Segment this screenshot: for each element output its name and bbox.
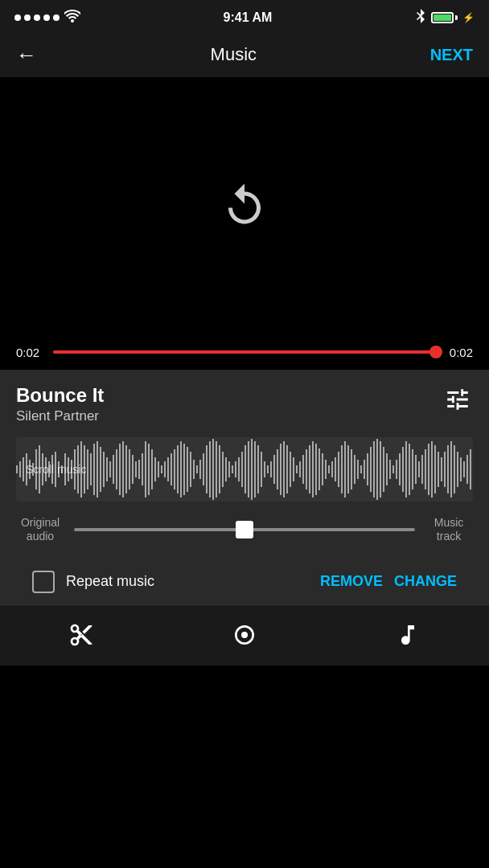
bluetooth-icon bbox=[415, 9, 426, 27]
svg-rect-81 bbox=[277, 449, 278, 489]
svg-rect-136 bbox=[454, 445, 455, 493]
svg-rect-35 bbox=[129, 449, 130, 489]
svg-rect-68 bbox=[235, 461, 236, 477]
next-button[interactable]: NEXT bbox=[430, 46, 473, 64]
svg-rect-74 bbox=[254, 441, 256, 497]
svg-rect-88 bbox=[299, 461, 301, 477]
music-track-label: Musictrack bbox=[425, 516, 473, 543]
svg-rect-30 bbox=[113, 455, 114, 484]
svg-rect-134 bbox=[447, 445, 449, 493]
mix-slider-track[interactable] bbox=[74, 528, 415, 531]
scissors-tab[interactable] bbox=[52, 614, 110, 656]
svg-rect-102 bbox=[344, 441, 346, 497]
dot4 bbox=[43, 14, 50, 21]
svg-rect-53 bbox=[187, 447, 188, 492]
svg-rect-106 bbox=[357, 460, 359, 479]
svg-rect-137 bbox=[457, 452, 458, 487]
svg-rect-101 bbox=[341, 445, 343, 493]
video-area bbox=[0, 77, 489, 334]
svg-rect-24 bbox=[93, 444, 95, 495]
remove-button[interactable]: REMOVE bbox=[320, 573, 383, 590]
status-bar: 9:41 AM ⚡ bbox=[0, 0, 489, 32]
wifi-icon bbox=[64, 10, 80, 26]
audio-mix-slider: Originalaudio Musictrack bbox=[16, 516, 473, 543]
current-time: 0:02 bbox=[16, 346, 45, 359]
svg-rect-41 bbox=[148, 444, 150, 495]
mixer-button[interactable] bbox=[442, 384, 473, 415]
svg-rect-126 bbox=[421, 455, 423, 484]
dot5 bbox=[53, 14, 60, 21]
music-tab[interactable] bbox=[379, 614, 437, 656]
track-name: Bounce It bbox=[16, 384, 104, 407]
svg-rect-128 bbox=[428, 444, 429, 495]
svg-rect-62 bbox=[216, 441, 217, 497]
svg-rect-121 bbox=[405, 441, 407, 497]
svg-rect-120 bbox=[402, 447, 404, 492]
effect-tab[interactable] bbox=[216, 614, 273, 656]
tab-bar bbox=[0, 604, 489, 665]
status-left bbox=[14, 10, 80, 26]
svg-rect-95 bbox=[322, 453, 323, 485]
svg-rect-48 bbox=[171, 453, 172, 485]
svg-rect-115 bbox=[386, 453, 388, 485]
back-button[interactable]: ← bbox=[16, 43, 37, 68]
svg-rect-84 bbox=[286, 445, 288, 493]
repeat-checkbox[interactable] bbox=[32, 571, 55, 593]
svg-rect-45 bbox=[161, 465, 162, 473]
svg-rect-125 bbox=[418, 461, 420, 477]
svg-rect-138 bbox=[460, 457, 462, 481]
dot3 bbox=[34, 14, 40, 21]
music-info: Bounce It Silent Partner bbox=[16, 384, 104, 424]
svg-rect-112 bbox=[376, 439, 378, 500]
svg-rect-58 bbox=[203, 453, 204, 485]
change-button[interactable]: CHANGE bbox=[394, 573, 457, 590]
svg-rect-73 bbox=[251, 439, 253, 500]
svg-rect-107 bbox=[360, 465, 362, 473]
progress-fill bbox=[53, 350, 436, 354]
svg-rect-135 bbox=[450, 441, 452, 497]
mix-slider-thumb[interactable] bbox=[236, 521, 253, 538]
svg-rect-82 bbox=[280, 444, 281, 495]
svg-rect-23 bbox=[90, 453, 92, 485]
svg-rect-117 bbox=[392, 465, 394, 473]
svg-rect-38 bbox=[138, 460, 140, 479]
svg-rect-110 bbox=[370, 447, 372, 492]
svg-rect-40 bbox=[145, 441, 146, 497]
svg-rect-100 bbox=[338, 452, 339, 487]
svg-rect-37 bbox=[135, 461, 137, 477]
svg-rect-141 bbox=[470, 449, 471, 489]
svg-rect-22 bbox=[87, 449, 88, 489]
svg-rect-80 bbox=[273, 455, 275, 484]
svg-rect-87 bbox=[296, 465, 298, 473]
svg-rect-51 bbox=[180, 441, 182, 497]
svg-rect-57 bbox=[199, 460, 201, 479]
svg-rect-72 bbox=[248, 441, 249, 497]
replay-button[interactable] bbox=[219, 180, 270, 231]
svg-rect-91 bbox=[309, 445, 310, 493]
svg-rect-105 bbox=[354, 455, 355, 484]
svg-rect-26 bbox=[100, 447, 101, 492]
svg-rect-86 bbox=[293, 457, 294, 481]
svg-rect-119 bbox=[399, 453, 401, 485]
svg-rect-63 bbox=[219, 445, 220, 493]
svg-rect-109 bbox=[367, 453, 368, 485]
svg-rect-42 bbox=[151, 449, 153, 489]
svg-rect-29 bbox=[109, 461, 111, 477]
svg-rect-27 bbox=[103, 452, 105, 487]
svg-rect-116 bbox=[389, 460, 391, 479]
svg-rect-96 bbox=[325, 460, 327, 479]
svg-rect-1 bbox=[19, 461, 21, 477]
progress-track[interactable] bbox=[53, 350, 436, 354]
svg-rect-31 bbox=[116, 449, 117, 489]
waveform-container[interactable]: Scroll music bbox=[16, 437, 473, 502]
charging-icon: ⚡ bbox=[462, 12, 475, 23]
svg-rect-54 bbox=[190, 452, 191, 487]
svg-rect-46 bbox=[164, 461, 166, 477]
svg-rect-140 bbox=[466, 455, 468, 484]
original-audio-label: Originalaudio bbox=[16, 516, 64, 543]
progress-bar-area: 0:02 0:02 bbox=[0, 334, 489, 370]
svg-rect-34 bbox=[125, 445, 127, 493]
svg-rect-39 bbox=[142, 453, 143, 485]
progress-thumb[interactable] bbox=[429, 346, 442, 358]
svg-rect-132 bbox=[441, 457, 442, 481]
